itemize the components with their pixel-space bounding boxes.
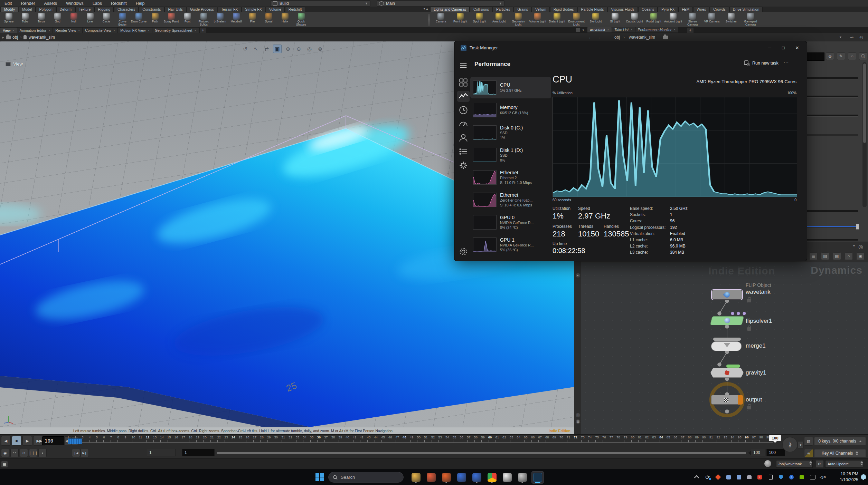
layout-mini-icon[interactable]: ▦ — [1, 461, 8, 468]
shelf-tool[interactable]: Metaball — [228, 12, 244, 26]
shelf-tab[interactable]: Deform — [56, 7, 75, 12]
global-start-field[interactable]: 1 — [147, 449, 176, 456]
shelf-tool[interactable]: Helix — [277, 12, 293, 26]
parameter-field[interactable] — [806, 52, 824, 61]
current-frame-field[interactable]: 100 — [42, 436, 64, 445]
shelf-tab[interactable]: Constraints — [139, 7, 164, 12]
shelf-tab[interactable]: Simple FX — [242, 7, 265, 12]
viewport-tool-icon[interactable]: ⊛ — [316, 45, 324, 53]
timeline-ruler[interactable]: 1234567891011121314151617181920212223242… — [67, 435, 773, 446]
close-icon[interactable]: × — [113, 29, 115, 32]
notification-bell-icon[interactable] — [861, 474, 866, 479]
node-output[interactable] — [711, 395, 743, 405]
nav-performance-icon[interactable] — [457, 91, 470, 102]
shelf-tab[interactable]: Guide Process — [187, 7, 217, 12]
motion-fx-icon[interactable]: ∿ — [804, 449, 813, 458]
play-reverse-button[interactable]: ◀ — [1, 436, 11, 446]
global-end-field[interactable]: 100 — [766, 449, 785, 456]
forward-icon[interactable]: → — [596, 35, 601, 40]
viewport-tool-icon[interactable]: ⊕ — [284, 45, 292, 53]
shelf-tool[interactable]: Ambient Light — [663, 12, 683, 26]
shelf-tool[interactable]: Sky Light — [586, 12, 605, 26]
chevron-down-icon[interactable]: ▼ — [582, 29, 585, 32]
range-end-field[interactable]: 100 — [751, 449, 765, 456]
brush-icon[interactable]: ✎ — [837, 52, 845, 60]
shelf-tool[interactable]: Circle — [98, 12, 114, 26]
shelf-tab[interactable]: Redshift — [285, 7, 305, 12]
shelf-tool[interactable]: Switcher — [721, 12, 741, 26]
pane-tab[interactable]: wavetank× — [587, 27, 612, 32]
shelf-tool[interactable]: File — [244, 12, 261, 26]
shelf-tab[interactable]: Oceans — [638, 7, 658, 12]
tray-nvidia-icon[interactable] — [798, 474, 805, 481]
taskbar-app-file-explorer[interactable] — [410, 471, 422, 484]
shelf-tab[interactable]: Modify — [1, 7, 18, 12]
audio-icon[interactable]: ◉ — [1, 449, 9, 457]
shelf-tab[interactable]: Model — [19, 7, 36, 12]
search-icon[interactable]: ○ — [845, 252, 853, 260]
shelf-tool[interactable]: Spray Paint — [163, 12, 179, 26]
taskbar-app-compass-app[interactable] — [516, 471, 529, 484]
node-gravity1[interactable] — [710, 368, 744, 378]
gear-icon[interactable]: ⊛ — [826, 52, 834, 60]
shelf-tab[interactable]: Characters — [114, 7, 139, 12]
tray-update-badge-icon[interactable]: 2 — [756, 474, 763, 481]
taskbar-app-chrome[interactable] — [486, 471, 498, 484]
maximize-button[interactable]: □ — [776, 42, 790, 53]
run-new-task-button[interactable]: Run new task — [744, 60, 779, 66]
menu-item[interactable]: Assets — [40, 1, 62, 6]
tray-display-icon[interactable] — [809, 474, 816, 481]
shelf-tab[interactable]: Rigid Bodies — [550, 7, 577, 12]
keys-summary[interactable]: 0 keys, 0/0 channels — [814, 437, 866, 445]
taskbar-app-cinema-app-2[interactable] — [471, 471, 483, 484]
search-box[interactable]: Search — [328, 472, 404, 483]
tm-sidebar-item[interactable]: Ethernet ZeroTier One [6ab... S: 10.4 R:… — [470, 189, 551, 211]
more-options-button[interactable]: … — [783, 58, 789, 65]
menu-item[interactable]: Redshift — [106, 1, 131, 6]
node-bypass-flag[interactable] — [726, 365, 740, 368]
tm-sidebar-item[interactable]: Memory 66/512 GB (13%) — [470, 99, 551, 121]
dopesheet-icon[interactable]: • — [38, 449, 47, 457]
notes-icon[interactable]: ≣ — [809, 252, 818, 260]
shelf-tool[interactable]: Grid — [49, 12, 66, 26]
shelf-tool[interactable]: Quick Shapes — [293, 12, 309, 26]
shelf-tab[interactable]: Viscous Fluids — [608, 7, 638, 12]
context-spinner[interactable] — [809, 461, 812, 465]
breadcrumb-root[interactable]: obj — [614, 35, 620, 40]
close-icon[interactable]: × — [13, 29, 15, 32]
shelf-tab[interactable]: Pyro FX — [658, 7, 678, 12]
shelf-tab[interactable]: Lights and Cameras — [430, 7, 470, 12]
viewport-tool-icon[interactable]: ⇄ — [262, 45, 271, 53]
shelf-tab[interactable]: Hair Utils — [164, 7, 186, 12]
tm-sidebar-item[interactable]: Disk 1 (D:) SSD 0% — [470, 144, 551, 166]
shelf-tool[interactable]: Area Light — [489, 12, 509, 26]
shelf-tab[interactable]: Particle Fluids — [578, 7, 607, 12]
node-flipsolver1[interactable] — [710, 316, 744, 325]
shelf-tool[interactable]: Font — [179, 12, 196, 26]
desktop-selector[interactable]: Build▼ — [270, 0, 370, 7]
taskbar-app-notes-app[interactable] — [501, 471, 513, 484]
breadcrumb-node[interactable]: wavetank_sim — [29, 35, 55, 40]
shelf-tab[interactable]: Drive Simulation — [729, 7, 763, 12]
tray-security-shield-icon[interactable] — [777, 474, 784, 481]
set-key-button[interactable]: ⚷ — [782, 437, 798, 452]
context-path-field[interactable]: /obj/wavetank... — [776, 460, 813, 468]
menu-item[interactable]: Labs — [88, 1, 106, 6]
shelf-tool[interactable]: Portal Light — [644, 12, 663, 26]
tray-bluetooth-icon[interactable]: ᛒ — [788, 474, 795, 481]
close-icon[interactable]: × — [194, 29, 196, 32]
node-label[interactable]: gravity1 — [746, 369, 766, 376]
info-icon[interactable]: ⓘ — [859, 52, 867, 60]
close-icon[interactable]: × — [148, 29, 150, 32]
tray-diamond-icon[interactable] — [715, 474, 721, 481]
recook-icon[interactable]: ⟳ — [815, 460, 824, 468]
pin-icon[interactable]: ⊸ — [850, 35, 853, 40]
nav-app-history-icon[interactable] — [457, 105, 470, 116]
gallery-icon[interactable]: ▤ — [833, 252, 841, 260]
close-icon[interactable]: × — [607, 28, 609, 31]
new-tab-button[interactable]: + — [687, 28, 694, 33]
shelf-tab[interactable]: Volume — [266, 7, 285, 12]
pane-tab[interactable]: Geometry Spreadsheet× — [152, 28, 199, 33]
node-label[interactable]: flipsolver1 — [746, 318, 772, 324]
breadcrumb-node[interactable]: wavetank_sim — [629, 35, 655, 40]
